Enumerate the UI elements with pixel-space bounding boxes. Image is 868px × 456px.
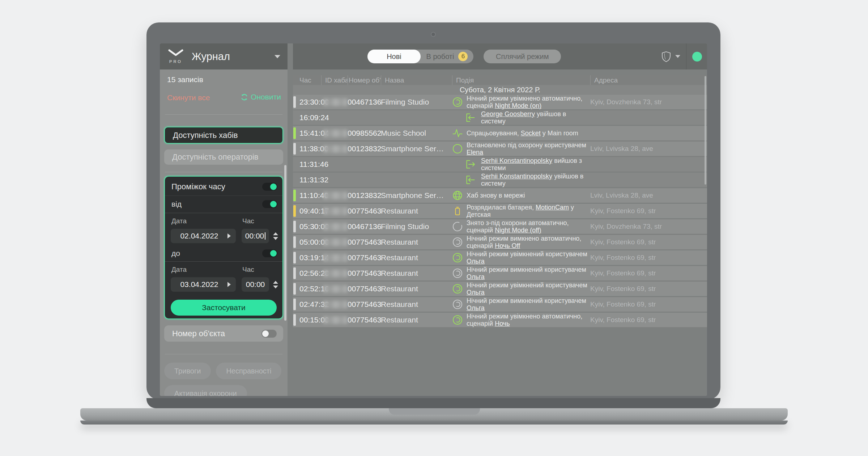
hub-online-icon (452, 190, 463, 201)
logo-wings-icon (168, 49, 183, 59)
event-description: Нічний режим увімкнено автоматично, сцен… (467, 95, 590, 109)
event-link[interactable]: Ночь (495, 320, 510, 327)
hub-id-cell (321, 316, 348, 324)
filter-operators-availability[interactable]: Доступність операторів (164, 149, 283, 165)
reset-all-button[interactable]: Скинути все (167, 93, 210, 102)
table-row[interactable]: 05:00:0000775463RestaurantНічний режим в… (293, 235, 707, 249)
severity-stripe (293, 190, 296, 201)
table-row[interactable]: 03:19:1400775463RestaurantНічний режим у… (293, 250, 707, 265)
from-date-input[interactable]: 02.04.2022 (171, 229, 236, 243)
to-time-stepper[interactable] (273, 277, 278, 292)
event-link[interactable]: Serhii Konstantinopolsky (481, 157, 552, 164)
column-header-address: Адреса (590, 75, 707, 85)
filter-chip[interactable]: Несправності (216, 363, 281, 379)
stepper-up-icon[interactable] (273, 281, 278, 284)
table-row[interactable]: 09:40:1700775463RestaurantРозрядилася ба… (293, 204, 707, 218)
filter-chip[interactable]: Активація охорони (164, 385, 247, 396)
table-row[interactable]: 15:41:0400985562Music SchoolСпрацьовуван… (293, 126, 707, 140)
hubs-availability-label: Доступність хабів (173, 131, 238, 140)
time-range-toggle[interactable] (262, 183, 277, 191)
event-time: 02:52:16 (296, 284, 321, 293)
event-link[interactable]: Ольга (467, 273, 485, 280)
filter-hubs-availability[interactable]: Доступність хабів (164, 127, 283, 144)
event-link[interactable]: Elena (467, 149, 483, 156)
chevron-down-icon (675, 55, 680, 58)
date-picker-arrow-icon[interactable] (227, 282, 231, 287)
stepper-up-icon[interactable] (273, 232, 278, 235)
event-time: 02:56:28 (296, 269, 321, 278)
event-link[interactable]: MotionCam (536, 204, 569, 211)
event-link[interactable]: George Goosberry (481, 110, 535, 118)
object-name-cell: Restaurant (381, 300, 452, 309)
tab-sleep-mode[interactable]: Сплячий режим (484, 50, 561, 63)
date-picker-arrow-icon[interactable] (227, 233, 231, 238)
event-description: Нічний режим вимкнений користувачем Ольг… (467, 297, 590, 312)
hub-id-cell (321, 301, 348, 308)
table-row[interactable]: 11:38:0000123832Smartphone Ser…Встановле… (293, 142, 707, 156)
event-link[interactable]: Ольга (467, 304, 485, 312)
event-text: Нічний режим увімкнений користувачем (467, 282, 587, 289)
to-toggle[interactable] (262, 249, 277, 257)
event-time: 15:41:04 (296, 129, 321, 138)
filter-chips: ТривогиНесправностіАктивація охорониСерв… (164, 363, 285, 396)
address-cell: Kyiv, Fostenko 69, str (590, 300, 707, 308)
object-name-cell: Filming Studio (381, 222, 452, 231)
address-cell: Lviv, Lvivska 28, ave (590, 145, 707, 153)
sidebar-header[interactable]: PRO Журнал (160, 43, 288, 69)
event-link[interactable]: Night Mode (off) (495, 227, 541, 234)
tab-in-progress[interactable]: В роботі 6 (421, 50, 473, 63)
event-link[interactable]: Ольга (467, 258, 485, 265)
table-row[interactable]: 02:56:2800775463RestaurantНічний режим в… (293, 266, 707, 280)
header-right-controls (661, 43, 702, 69)
event-link[interactable]: Ольга (467, 289, 485, 296)
filter-chip[interactable]: Тривоги (164, 363, 211, 379)
event-icon-cell (452, 190, 467, 201)
hub-id-blurred (323, 301, 347, 308)
event-link[interactable]: Serhii Konstantinopolsky (481, 173, 552, 180)
stepper-down-icon[interactable] (273, 286, 278, 288)
divider (165, 195, 282, 196)
app-window: PRO Журнал 15 записів Скинути все Оновит… (160, 43, 707, 396)
table-row[interactable]: 02:52:1600775463RestaurantНічний режим у… (293, 282, 707, 296)
table-row[interactable]: 02:47:3200775463RestaurantНічний режим в… (293, 297, 707, 312)
event-description: Нічний режим вимкнено автоматично, сцена… (467, 235, 590, 249)
sidebar-scrollbar[interactable] (284, 165, 286, 321)
tab-new[interactable]: Нові (367, 50, 421, 63)
table-row[interactable]: 05:30:0000467136Filming StudioЗнято з-пі… (293, 219, 707, 234)
object-number-cell: 00985562 (348, 129, 381, 138)
event-link[interactable]: Socket (521, 130, 541, 137)
table-row[interactable]: 16:09:24George Goosberry увійшов в систе… (293, 110, 707, 125)
stepper-down-icon[interactable] (273, 237, 278, 240)
table-scrollbar[interactable] (705, 76, 706, 185)
table-row[interactable]: 00:15:0000775463RestaurantНічний режим у… (293, 313, 707, 327)
object-number-cell: 00467136 (348, 98, 381, 106)
operator-status-indicator[interactable] (692, 52, 702, 62)
table-row[interactable]: 11:10:4000123832Smartphone Ser…Хаб знову… (293, 188, 707, 203)
table-row[interactable]: 11:31:46Serhii Konstantinopolsky вийшов … (293, 157, 707, 172)
status-tabs: Нові В роботі 6 (367, 50, 473, 63)
from-time-input[interactable]: 00:00 (242, 229, 269, 243)
event-description: Розрядилася батарея, MotionCam у Детская (467, 204, 590, 218)
event-link[interactable]: Ночь Off (495, 242, 520, 249)
night-mode-on-icon (452, 314, 463, 325)
refresh-button[interactable]: Оновити (241, 93, 281, 101)
to-date-input[interactable]: 03.04.2022 (171, 277, 236, 292)
event-icon-cell (452, 143, 467, 154)
chevron-down-icon[interactable] (275, 55, 280, 58)
account-menu[interactable] (661, 51, 680, 62)
from-time-stepper[interactable] (273, 229, 278, 243)
apply-button[interactable]: Застосувати (171, 300, 277, 316)
object-name-cell: Restaurant (381, 316, 452, 324)
night-mode-on-icon (452, 252, 463, 263)
from-toggle[interactable] (262, 200, 277, 208)
severity-stripe (293, 143, 296, 155)
object-number-toggle[interactable] (261, 330, 277, 338)
table-row[interactable]: 11:31:32Serhii Konstantinopolsky увійшов… (293, 173, 707, 187)
to-time-input[interactable]: 00:00 (242, 277, 269, 292)
event-link[interactable]: Night Mode (on) (495, 102, 541, 109)
filter-object-number[interactable]: Номер об'єкта (164, 325, 283, 342)
event-description: Нічний режим вимкнений користувачем Ольг… (467, 266, 590, 280)
address-cell: Kyiv, Dovzhenka 73, str (590, 98, 707, 106)
table-row[interactable]: 23:30:0000467136Filming StudioНічний реж… (293, 95, 707, 109)
hub-id-blurred (323, 285, 347, 293)
